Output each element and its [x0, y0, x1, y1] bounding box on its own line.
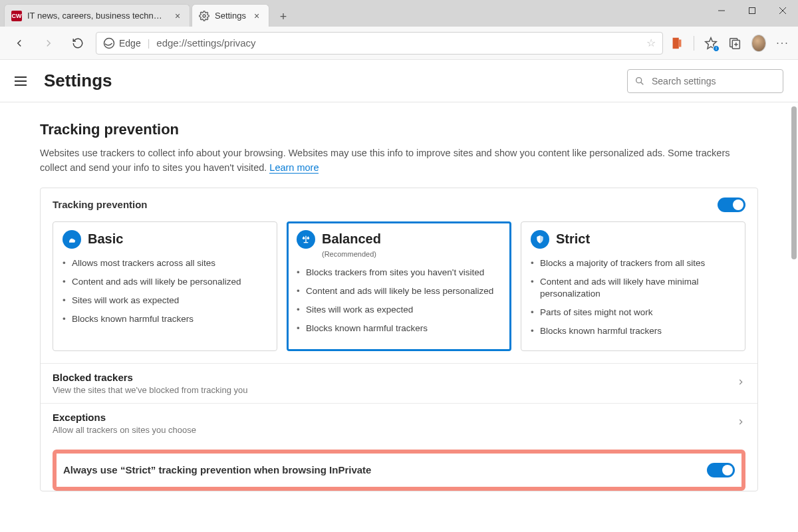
- site-identity[interactable]: Edge: [103, 37, 141, 49]
- level-bullet: Blocks known harmful trackers: [63, 310, 267, 329]
- squirrel-icon: [63, 230, 81, 249]
- tab-label: IT news, careers, business technology: [27, 11, 167, 21]
- level-title: Strict: [556, 231, 590, 247]
- close-icon[interactable]: ×: [251, 11, 262, 21]
- search-settings-input[interactable]: [650, 75, 776, 87]
- address-bar[interactable]: Edge | edge://settings/privacy ☆: [96, 32, 663, 55]
- level-bullet: Blocks known harmful trackers: [297, 319, 501, 338]
- level-balanced[interactable]: Balanced (Recommended) Blocks trackers f…: [287, 221, 511, 351]
- tracking-prevention-panel: Tracking prevention Basic Allows most tr…: [40, 188, 758, 491]
- refresh-button[interactable]: [66, 32, 89, 55]
- new-tab-button[interactable]: +: [273, 7, 293, 27]
- page-title: Settings: [44, 70, 614, 91]
- row-title: Exceptions: [53, 412, 745, 423]
- url-text: edge://settings/privacy: [156, 37, 640, 49]
- profile-avatar[interactable]: [751, 36, 766, 51]
- scales-icon: [297, 230, 315, 249]
- level-strict[interactable]: Strict Blocks a majority of trackers fro…: [521, 221, 745, 351]
- svg-point-5: [104, 38, 114, 48]
- star-icon[interactable]: ☆: [646, 37, 656, 49]
- settings-content: Tracking prevention Websites use tracker…: [0, 102, 798, 532]
- svg-rect-17: [304, 242, 309, 243]
- search-settings-field[interactable]: [627, 69, 783, 93]
- toolbar-icons: i ···: [670, 36, 790, 51]
- level-bullets: Blocks a majority of trackers from all s…: [531, 254, 735, 341]
- svg-rect-7: [679, 39, 682, 47]
- exceptions-row[interactable]: Exceptions Allow all trackers on sites y…: [41, 403, 757, 443]
- window-close-button[interactable]: [767, 0, 798, 21]
- strict-inprivate-row[interactable]: Always use “Strict” tracking prevention …: [57, 454, 741, 487]
- level-bullet: Allows most trackers across all sites: [63, 254, 267, 273]
- svg-rect-16: [305, 235, 306, 241]
- site-identity-label: Edge: [119, 38, 141, 49]
- separator: [694, 36, 694, 51]
- tracking-levels: Basic Allows most trackers across all si…: [41, 219, 757, 363]
- level-bullet: Content and ads will likely have minimal…: [531, 273, 735, 303]
- browser-tab-settings[interactable]: Settings ×: [192, 4, 269, 27]
- office-icon[interactable]: [670, 36, 684, 51]
- row-title: Blocked trackers: [53, 372, 745, 383]
- svg-point-13: [636, 77, 642, 82]
- chevron-right-icon: [736, 378, 745, 389]
- level-bullets: Blocks trackers from sites you haven't v…: [297, 263, 501, 338]
- address-toolbar: Edge | edge://settings/privacy ☆ i ···: [0, 27, 798, 60]
- tracking-toggle[interactable]: [718, 198, 745, 212]
- browser-tab-cw[interactable]: CW IT news, careers, business technology…: [4, 4, 190, 27]
- level-basic[interactable]: Basic Allows most trackers across all si…: [53, 221, 277, 351]
- chevron-right-icon: [736, 418, 745, 429]
- back-button[interactable]: [8, 32, 31, 55]
- level-bullet: Blocks known harmful trackers: [531, 322, 735, 340]
- level-bullet: Sites will work as expected: [63, 291, 267, 310]
- level-bullet: Content and ads will likely be less pers…: [297, 282, 501, 301]
- svg-point-15: [72, 238, 73, 239]
- section-title: Tracking prevention: [40, 121, 758, 138]
- hamburger-menu-button[interactable]: [15, 73, 31, 89]
- window-controls: [706, 0, 798, 21]
- minimize-button[interactable]: [706, 0, 737, 21]
- level-subtitle: (Recommended): [322, 250, 501, 258]
- level-bullet: Blocks trackers from sites you haven't v…: [297, 263, 501, 282]
- row-title: Always use “Strict” tracking prevention …: [63, 464, 371, 475]
- gear-icon: [199, 11, 209, 21]
- separator: |: [148, 38, 150, 49]
- shield-icon: [531, 230, 549, 249]
- level-bullet: Content and ads will likely be personali…: [63, 273, 267, 291]
- badge-icon: i: [713, 45, 720, 52]
- panel-title: Tracking prevention: [53, 199, 148, 210]
- level-bullet: Parts of sites might not work: [531, 303, 735, 322]
- svg-rect-2: [749, 8, 755, 14]
- learn-more-link[interactable]: Learn more: [269, 162, 319, 174]
- maximize-button[interactable]: [737, 0, 767, 21]
- tab-label: Settings: [215, 11, 246, 21]
- level-title: Balanced: [322, 231, 381, 247]
- blocked-trackers-row[interactable]: Blocked trackers View the sites that we'…: [41, 363, 757, 403]
- edge-icon: [103, 37, 115, 49]
- section-description: Websites use trackers to collect info ab…: [40, 146, 758, 176]
- strict-inprivate-toggle[interactable]: [707, 463, 735, 477]
- row-description: Allow all trackers on sites you choose: [53, 425, 745, 435]
- level-bullets: Allows most trackers across all sites Co…: [63, 254, 267, 329]
- search-icon: [634, 76, 645, 86]
- close-icon[interactable]: ×: [172, 11, 183, 21]
- settings-header: Settings: [0, 60, 798, 102]
- level-bullet: Sites will work as expected: [297, 301, 501, 319]
- menu-button[interactable]: ···: [775, 36, 790, 51]
- window-titlebar: CW IT news, careers, business technology…: [0, 0, 798, 27]
- collections-icon[interactable]: [728, 36, 742, 51]
- level-bullet: Blocks a majority of trackers from all s…: [531, 254, 735, 273]
- panel-header: Tracking prevention: [41, 188, 757, 219]
- level-title: Basic: [88, 231, 123, 247]
- svg-line-14: [641, 82, 644, 84]
- svg-point-0: [203, 15, 205, 17]
- forward-button[interactable]: [37, 32, 60, 55]
- highlight-box: Always use “Strict” tracking prevention …: [53, 450, 745, 491]
- favorites-icon[interactable]: i: [704, 36, 718, 51]
- row-description: View the sites that we've blocked from t…: [53, 385, 745, 395]
- cw-favicon: CW: [11, 11, 22, 21]
- svg-rect-6: [673, 37, 679, 49]
